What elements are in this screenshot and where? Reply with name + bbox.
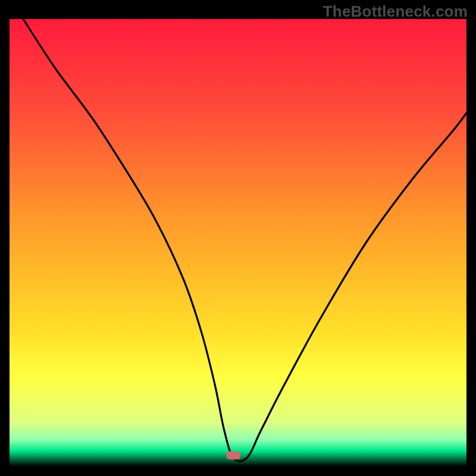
optimum-marker bbox=[226, 451, 240, 459]
gradient-background bbox=[10, 19, 466, 466]
chart-frame bbox=[10, 19, 466, 466]
bottleneck-chart bbox=[10, 19, 466, 466]
watermark-text: TheBottleneck.com bbox=[323, 2, 468, 21]
